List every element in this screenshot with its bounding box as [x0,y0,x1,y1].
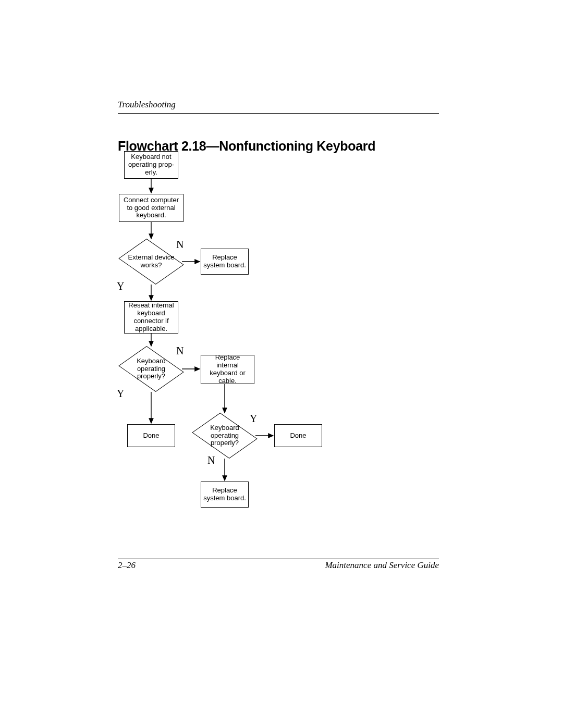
node-done-2: Done [274,424,322,447]
header-section: Troubleshooting [118,100,439,110]
node-done-2-text: Done [290,432,306,440]
node-replace-sb-1: Replace system board. [201,249,249,275]
node-replace-sb-2-text: Replace system board. [203,487,246,502]
footer-doc: Maintenance and Service Guide [325,560,439,571]
page-header: Troubleshooting Flowchart 2.18—Nonfuncti… [118,100,439,154]
node-start-text: Keyboard not operating prop­erly. [127,153,176,177]
flowchart: Keyboard not operating prop­erly. Connec… [118,151,439,552]
node-start: Keyboard not operating prop­erly. [124,151,178,179]
node-replace-sb-1-text: Replace system board. [203,254,246,269]
node-kb-op-1-text: Keyboard operating properly? [120,346,182,392]
label-no-3: N [207,454,215,466]
node-replace-kb: Replace internal keyboard or cable. [201,355,254,384]
footer-rule [118,559,439,559]
node-ext-works: External device works? [120,239,182,285]
node-reseat-text: Reseat internal key­board connector if a… [127,302,176,333]
node-ext-works-text: External device works? [120,239,182,285]
footer-page: 2–26 [118,560,136,571]
node-kb-op-2: Keyboard operating properly? [194,413,255,459]
label-yes-1: Y [117,280,124,292]
node-kb-op-1: Keyboard operating properly? [120,346,182,392]
node-done-1: Done [127,424,175,447]
node-replace-sb-2: Replace system board. [201,482,249,508]
page-footer: 2–26 Maintenance and Service Guide [118,559,439,571]
label-yes-2: Y [117,388,124,400]
node-reseat: Reseat internal key­board connector if a… [124,301,178,334]
node-connect-text: Connect computer to good external key­bo… [121,196,181,220]
label-no-1: N [176,239,183,251]
node-replace-kb-text: Replace internal keyboard or cable. [203,354,252,385]
node-kb-op-2-text: Keyboard operating properly? [194,413,255,459]
node-connect: Connect computer to good external key­bo… [119,194,183,222]
label-yes-3: Y [250,413,257,425]
label-no-2: N [176,345,183,357]
header-rule [118,113,439,114]
node-done-1-text: Done [143,432,159,440]
